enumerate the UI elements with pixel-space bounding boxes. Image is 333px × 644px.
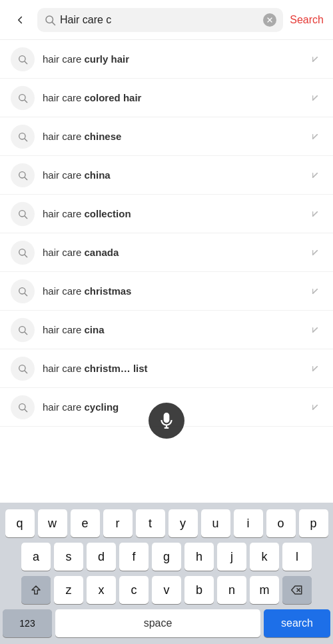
suggestion-search-icon (11, 47, 35, 71)
arrow-up-left-icon (308, 323, 322, 337)
key-l[interactable]: l (282, 543, 312, 571)
suggestion-item[interactable]: hair care chinese (0, 117, 333, 156)
svg-line-5 (25, 61, 27, 64)
key-shift[interactable] (21, 576, 51, 604)
suggestion-text: hair care curly hair (43, 53, 308, 65)
arrow-up-left-icon (308, 91, 322, 105)
suggestion-text: hair care china (43, 169, 308, 181)
arrow-up-left-icon (308, 168, 322, 183)
suggestion-item[interactable]: hair care collection (0, 195, 333, 233)
key-e[interactable]: e (71, 509, 100, 537)
key-x[interactable]: x (87, 576, 116, 604)
keyboard-row-0: qwertyuiop (3, 509, 330, 537)
arrow-up-left-icon (308, 284, 322, 299)
suggestion-text: hair care collection (43, 208, 308, 219)
key-w[interactable]: w (38, 509, 67, 537)
suggestion-item[interactable]: hair care canada (0, 233, 333, 272)
back-button[interactable] (9, 9, 31, 31)
key-r[interactable]: r (103, 509, 133, 537)
search-input[interactable] (60, 14, 263, 26)
arrow-up-left-icon (308, 207, 322, 221)
key-i[interactable]: i (234, 509, 263, 537)
microphone-button[interactable] (149, 403, 184, 439)
svg-line-11 (25, 139, 27, 141)
suggestion-item[interactable]: hair care colored hair (0, 79, 333, 117)
svg-line-23 (25, 293, 27, 296)
arrow-up-left-icon (308, 400, 322, 415)
svg-line-32 (25, 409, 27, 412)
key-j[interactable]: j (217, 543, 246, 571)
search-icon (44, 14, 56, 26)
svg-line-17 (25, 216, 27, 219)
arrow-up-left-icon (308, 361, 322, 376)
svg-line-8 (25, 100, 27, 103)
suggestion-text: hair care christm… list (43, 363, 308, 374)
suggestion-search-icon (11, 163, 35, 187)
key-t[interactable]: t (136, 509, 165, 537)
key-o[interactable]: o (266, 509, 296, 537)
suggestion-item[interactable]: hair care china (0, 156, 333, 195)
suggestion-text: hair care canada (43, 247, 308, 258)
suggestion-list: hair care curly hair hair care colored h… (0, 40, 333, 427)
suggestion-search-icon (11, 125, 35, 149)
keyboard-row-1: asdfghjkl (3, 543, 330, 571)
suggestion-search-icon (11, 395, 35, 419)
suggestion-search-icon (11, 279, 35, 303)
key-s[interactable]: s (54, 543, 83, 571)
key-123[interactable]: 123 (3, 609, 52, 637)
key-search[interactable]: search (264, 609, 330, 637)
key-c[interactable]: c (119, 576, 149, 604)
suggestion-text: hair care colored hair (43, 92, 308, 103)
suggestion-search-icon (11, 357, 35, 381)
suggestion-search-icon (11, 86, 35, 110)
clear-button[interactable] (263, 13, 276, 27)
key-k[interactable]: k (250, 543, 279, 571)
key-delete[interactable] (282, 576, 312, 604)
suggestion-item[interactable]: hair care cina (0, 311, 333, 349)
key-a[interactable]: a (21, 543, 51, 571)
svg-line-26 (25, 332, 27, 335)
key-v[interactable]: v (152, 576, 181, 604)
svg-line-14 (25, 177, 27, 180)
svg-line-20 (25, 255, 27, 257)
arrow-up-left-icon (308, 129, 322, 144)
arrow-up-left-icon (308, 245, 322, 260)
key-z[interactable]: z (54, 576, 83, 604)
key-d[interactable]: d (87, 543, 116, 571)
keyboard: qwertyuiopasdfghjklzxcvbnm 123 space sea… (0, 503, 333, 644)
arrow-up-left-icon (308, 52, 322, 67)
key-m[interactable]: m (250, 576, 279, 604)
key-n[interactable]: n (217, 576, 246, 604)
suggestion-text: hair care christmas (43, 285, 308, 297)
suggestion-item[interactable]: hair care christmas (0, 272, 333, 311)
suggestion-search-icon (11, 318, 35, 342)
suggestion-search-icon (11, 241, 35, 265)
key-g[interactable]: g (152, 543, 181, 571)
svg-line-29 (25, 371, 27, 373)
svg-line-1 (52, 22, 55, 25)
key-b[interactable]: b (184, 576, 214, 604)
suggestion-item[interactable]: hair care curly hair (0, 40, 333, 79)
keyboard-row-2: zxcvbnm (3, 576, 330, 604)
search-bar (37, 8, 283, 32)
suggestion-search-icon (11, 202, 35, 226)
key-p[interactable]: p (299, 509, 328, 537)
keyboard-bottom-row: 123 space search (3, 609, 330, 637)
key-space[interactable]: space (55, 609, 260, 637)
suggestion-text: hair care chinese (43, 131, 308, 142)
suggestion-text: hair care cina (43, 324, 308, 335)
search-header: Search (0, 0, 333, 40)
suggestion-item[interactable]: hair care christm… list (0, 349, 333, 388)
key-q[interactable]: q (5, 509, 35, 537)
search-action-button[interactable]: Search (290, 14, 324, 26)
key-f[interactable]: f (119, 543, 149, 571)
key-h[interactable]: h (184, 543, 214, 571)
key-y[interactable]: y (168, 509, 198, 537)
key-u[interactable]: u (201, 509, 230, 537)
